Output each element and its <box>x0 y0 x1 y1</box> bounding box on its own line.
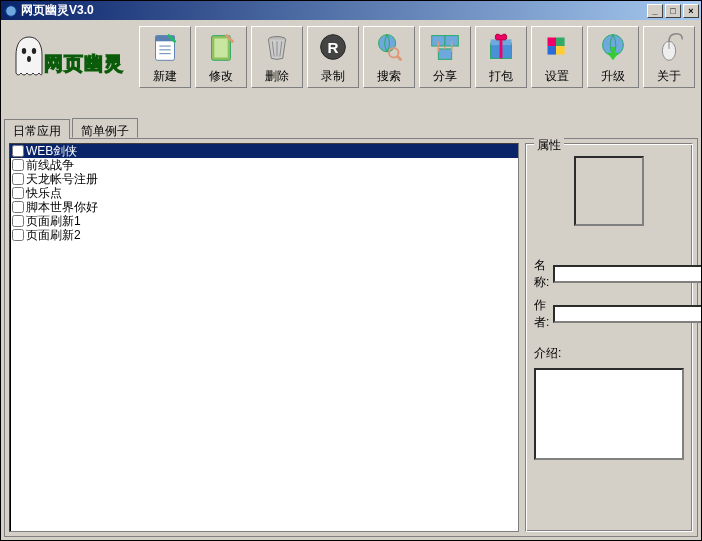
edit-button[interactable]: 修改 <box>195 26 247 88</box>
list-item-checkbox[interactable] <box>12 159 24 171</box>
pack-button[interactable]: 打包 <box>475 26 527 88</box>
list-item[interactable]: 天龙帐号注册 <box>10 172 518 186</box>
list-item-checkbox[interactable] <box>12 201 24 213</box>
globe-search-icon <box>369 28 409 66</box>
svg-rect-27 <box>556 38 565 47</box>
tab-daily[interactable]: 日常应用 <box>4 119 70 139</box>
svg-line-19 <box>398 57 402 61</box>
window-title: 网页幽灵V3.0 <box>21 2 647 19</box>
toolbar-label: 新建 <box>153 68 177 85</box>
script-list[interactable]: WEB剑侠前线战争天龙帐号注册快乐点脚本世界你好页面刷新1页面刷新2 <box>9 143 519 532</box>
share-button[interactable]: 分享 <box>419 26 471 88</box>
search-button[interactable]: 搜索 <box>363 26 415 88</box>
toolbar-label: 搜索 <box>377 68 401 85</box>
delete-button[interactable]: 删除 <box>251 26 303 88</box>
toolbar-label: 分享 <box>433 68 457 85</box>
app-icon <box>4 4 18 18</box>
about-button[interactable]: 关于 <box>643 26 695 88</box>
author-label: 作者: <box>534 297 549 331</box>
svg-point-0 <box>6 5 17 16</box>
tab-strip: 日常应用简单例子 <box>4 118 698 139</box>
list-item-checkbox[interactable] <box>12 229 24 241</box>
svg-point-1 <box>22 48 26 54</box>
svg-text:R: R <box>328 39 339 56</box>
tetris-icon <box>537 28 577 66</box>
list-item-label: 页面刷新2 <box>26 227 81 244</box>
list-item-checkbox[interactable] <box>12 173 24 185</box>
book-icon <box>201 28 241 66</box>
svg-point-3 <box>27 56 31 62</box>
letter-r-icon: R <box>313 28 353 66</box>
record-button[interactable]: R录制 <box>307 26 359 88</box>
svg-point-18 <box>389 48 399 58</box>
toolbar-label: 录制 <box>321 68 345 85</box>
author-input[interactable] <box>553 305 702 323</box>
titlebar: 网页幽灵V3.0 _ □ × <box>1 1 701 20</box>
toolbar: 新建修改删除R录制搜索分享打包设置升级关于 <box>139 23 698 88</box>
name-input[interactable] <box>553 265 702 283</box>
svg-rect-26 <box>548 38 557 47</box>
list-item-checkbox[interactable] <box>12 215 24 227</box>
content: 网页幽灵 新建修改删除R录制搜索分享打包设置升级关于 日常应用简单例子 WEB剑… <box>1 20 701 540</box>
maximize-button[interactable]: □ <box>665 4 681 18</box>
toolbar-label: 打包 <box>489 68 513 85</box>
toolbar-label: 删除 <box>265 68 289 85</box>
tab-simple[interactable]: 简单例子 <box>72 118 138 138</box>
toolbar-label: 关于 <box>657 68 681 85</box>
svg-rect-28 <box>548 46 557 55</box>
toolbar-label: 修改 <box>209 68 233 85</box>
properties-title: 属性 <box>534 137 564 154</box>
list-item[interactable]: WEB剑侠 <box>10 144 518 158</box>
list-item-checkbox[interactable] <box>12 145 24 157</box>
intro-label: 介绍: <box>534 345 684 362</box>
name-label: 名称: <box>534 257 549 291</box>
toolbar-label: 升级 <box>601 68 625 85</box>
window-controls: _ □ × <box>647 4 701 18</box>
new-button[interactable]: 新建 <box>139 26 191 88</box>
preview-thumbnail <box>574 156 644 226</box>
svg-point-17 <box>379 35 396 52</box>
intro-textarea[interactable] <box>534 368 684 460</box>
header-area: 网页幽灵 新建修改删除R录制搜索分享打包设置升级关于 <box>4 23 698 108</box>
close-button[interactable]: × <box>683 4 699 18</box>
toolbar-label: 设置 <box>545 68 569 85</box>
mouse-icon <box>649 28 689 66</box>
trash-icon <box>257 28 297 66</box>
svg-rect-22 <box>438 49 451 59</box>
list-item-checkbox[interactable] <box>12 187 24 199</box>
minimize-button[interactable]: _ <box>647 4 663 18</box>
logo: 网页幽灵 <box>4 23 139 101</box>
svg-rect-29 <box>556 46 565 55</box>
svg-point-2 <box>32 48 36 54</box>
list-item[interactable]: 页面刷新2 <box>10 228 518 242</box>
ghost-icon <box>12 35 46 79</box>
settings-button[interactable]: 设置 <box>531 26 583 88</box>
upgrade-button[interactable]: 升级 <box>587 26 639 88</box>
globe-up-icon <box>593 28 633 66</box>
main-area: WEB剑侠前线战争天龙帐号注册快乐点脚本世界你好页面刷新1页面刷新2 属性 名称… <box>4 139 698 537</box>
logo-text: 网页幽灵 <box>44 51 124 77</box>
properties-panel: 属性 名称: 作者: 介绍: <box>525 143 693 532</box>
giftbox-icon <box>481 28 521 66</box>
list-item[interactable]: 脚本世界你好 <box>10 200 518 214</box>
screens-icon <box>425 28 465 66</box>
svg-rect-10 <box>214 38 227 57</box>
list-item[interactable]: 页面刷新1 <box>10 214 518 228</box>
notepad-icon <box>145 28 185 66</box>
